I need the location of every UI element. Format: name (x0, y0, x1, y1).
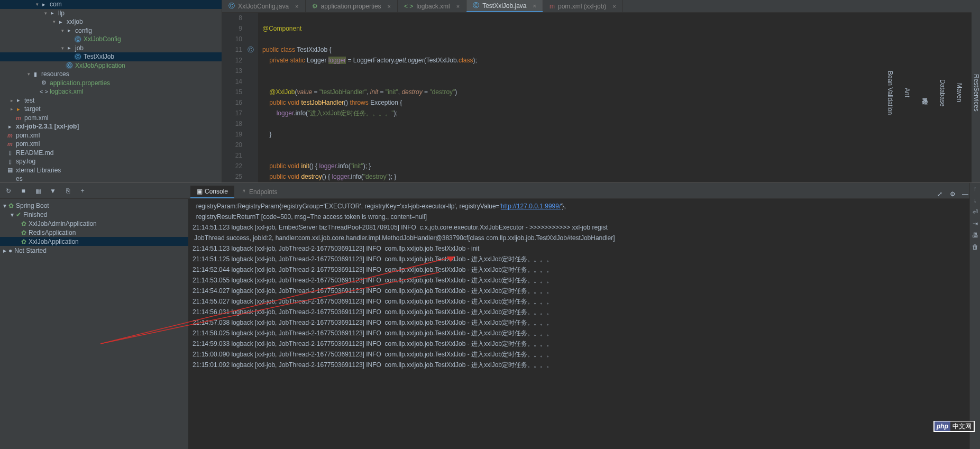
tree-item-pom-xml[interactable]: mpom.xml (0, 140, 222, 149)
close-icon[interactable]: × (295, 3, 298, 10)
soft-wrap-icon[interactable]: ⏎ (970, 206, 980, 218)
service-redisapplication[interactable]: ✿RedisApplication (0, 228, 188, 237)
tree-item-pom-xml[interactable]: mpom.xml (0, 131, 222, 140)
code-line[interactable] (262, 118, 980, 129)
line-number[interactable]: 16 (222, 97, 242, 108)
line-number[interactable]: 15 (222, 87, 242, 97)
tree-item-readme-md[interactable]: ▯README.md (0, 149, 222, 158)
code-line[interactable]: @Component (262, 23, 980, 34)
line-number[interactable]: 20 (222, 140, 242, 150)
close-icon[interactable]: × (612, 3, 616, 10)
tab-pom-xml-xxl-job-[interactable]: mpom.xml (xxl-job)× (543, 0, 623, 12)
tool-restservices[interactable]: RestServices (973, 74, 980, 112)
tree-item-test[interactable]: ▸▸test (0, 96, 222, 105)
line-number[interactable]: 22 (222, 161, 242, 171)
tree-item-spy-log[interactable]: ▯spy.log (0, 157, 222, 166)
line-number[interactable]: 17 (222, 108, 242, 118)
services-panel[interactable]: ▾✿Spring Boot ▾✔Finished ✿XxlJobAdminApp… (0, 199, 188, 449)
code-line[interactable]: private static Logger logger = LoggerFac… (262, 55, 980, 66)
debug-toolbar[interactable]: ↻ ■ ▦ ▼ ⎘ ＋ (0, 183, 188, 199)
code-line[interactable]: } (262, 129, 980, 140)
tree-item-xternal-libraries[interactable]: ▦xternal Libraries (0, 166, 222, 175)
close-icon[interactable]: × (388, 3, 391, 10)
line-number[interactable]: 18 (222, 118, 242, 129)
tool-maven[interactable]: Maven (956, 83, 963, 102)
code-line[interactable]: logger.info("进入xxlJob定时任务。。。。"); (262, 108, 980, 118)
minimize-icon[interactable]: — (961, 190, 969, 198)
tree-item-application-properties[interactable]: ⚙application.properties (0, 79, 222, 88)
code-line[interactable]: public void testJobHandler() throws Exce… (262, 97, 980, 108)
rerun-icon[interactable]: ↻ (4, 187, 13, 195)
tree-label: job (75, 44, 84, 52)
tab-xxljobconfig-java[interactable]: ⒸXxlJobConfig.java× (222, 0, 306, 12)
code-line[interactable] (262, 150, 980, 161)
tab-logback-xml[interactable]: < >logback.xml× (398, 0, 466, 12)
tool-database[interactable]: Database (939, 79, 946, 106)
code-line[interactable] (262, 76, 980, 87)
tree-item-xxl-job-2-3-1-xxl-job-[interactable]: ▸xxl-job-2.3.1 [xxl-job] (0, 122, 222, 131)
stop-icon[interactable]: ■ (19, 187, 28, 195)
close-icon[interactable]: × (533, 3, 536, 9)
code-line[interactable]: public class TestXxlJob { (262, 44, 980, 55)
line-number[interactable]: 25 (222, 171, 242, 182)
line-number[interactable]: 11 (222, 44, 242, 55)
tree-item-logback-xml[interactable]: < >logback.xml (0, 87, 222, 96)
project-tree[interactable]: ▾▸com▾▸llp▾▸xxljob▾▸configⒸXxlJobConfig▾… (0, 0, 222, 182)
code-line[interactable] (262, 66, 980, 76)
console-toolbar[interactable]: ↑ ↓ ⏎ ⇥ 🖶 🗑 (969, 183, 980, 449)
layout-icon[interactable]: ▦ (34, 187, 42, 195)
line-number[interactable]: 12 (222, 55, 242, 66)
services-spring-boot[interactable]: ▾✿Spring Boot (0, 201, 188, 210)
tree-item-target[interactable]: ▸▸target (0, 105, 222, 114)
line-number[interactable]: 8 (222, 13, 242, 23)
pin-icon[interactable]: ⎘ (63, 187, 72, 195)
class-gutter-icon[interactable]: Ⓒ (248, 46, 254, 53)
gear-icon[interactable]: ⚙ (948, 190, 957, 198)
add-icon[interactable]: ＋ (78, 187, 87, 195)
tree-item-config[interactable]: ▾▸config (0, 26, 222, 35)
tree-item-xxljobapplication[interactable]: ⒸXxlJobApplication (0, 61, 222, 70)
line-number[interactable]: 10 (222, 34, 242, 44)
tool-ant[interactable]: Ant (903, 88, 911, 97)
code-line[interactable]: public void init() { logger.info("init")… (262, 161, 980, 171)
code-editor[interactable]: 891011121314151617181920212225 Ⓒ @Compon… (222, 13, 980, 182)
tree-item-resources[interactable]: ▾▮resources (0, 70, 222, 79)
line-number[interactable]: 14 (222, 76, 242, 87)
line-number[interactable]: 9 (222, 23, 242, 34)
tab-application-properties[interactable]: ⚙application.properties× (306, 0, 398, 12)
line-number[interactable]: 13 (222, 66, 242, 76)
code-line[interactable] (262, 13, 980, 23)
code-line[interactable] (262, 34, 980, 44)
tree-item-testxxljob[interactable]: ⒸTestXxlJob (0, 52, 222, 61)
clear-icon[interactable]: 🗑 (970, 241, 980, 253)
scroll-down-icon[interactable]: ↓ (970, 195, 980, 206)
tree-item-xxljobconfig[interactable]: ⒸXxlJobConfig (0, 35, 222, 44)
filter-icon[interactable]: ▼ (49, 187, 57, 195)
service-xxljobapplication[interactable]: ✿XxlJobApplication (0, 237, 188, 246)
line-number[interactable]: 21 (222, 150, 242, 161)
scroll-end-icon[interactable]: ⇥ (970, 218, 980, 230)
tool-bean validation[interactable]: Bean Validation (886, 71, 894, 115)
tree-item-com[interactable]: ▾▸com (0, 0, 222, 9)
tree-item-es[interactable]: es (0, 175, 222, 182)
tree-item-xxljob[interactable]: ▾▸xxljob (0, 17, 222, 26)
line-number[interactable]: 19 (222, 129, 242, 140)
tab-testxxljob-java[interactable]: ⒸTestXxlJob.java× (466, 0, 543, 12)
expand-icon[interactable]: ⤢ (936, 190, 944, 198)
print-icon[interactable]: 🖶 (970, 230, 980, 241)
services-not-started[interactable]: ▸●Not Started (0, 246, 188, 255)
tree-item-job[interactable]: ▾▸job (0, 44, 222, 53)
code-line[interactable]: public void destroy() { logger.info("des… (262, 171, 980, 182)
run-tab-console[interactable]: ▣Console (190, 186, 234, 198)
service-xxljobadminapplication[interactable]: ✿XxlJobAdminApplication (0, 219, 188, 228)
right-tool-strip[interactable]: RestServicesMavenDatabase边界器AntBean Vali… (972, 0, 980, 182)
console-output[interactable]: registryParam:RegistryParam{registryGrou… (188, 199, 969, 449)
scroll-up-icon[interactable]: ↑ (970, 183, 980, 195)
tree-item-pom-xml[interactable]: mpom.xml (0, 114, 222, 123)
code-line[interactable]: @XxlJob(value = "testJobHandler", init =… (262, 87, 980, 97)
tree-item-llp[interactable]: ▾▸llp (0, 9, 222, 18)
close-icon[interactable]: × (456, 3, 460, 10)
code-line[interactable] (262, 140, 980, 150)
run-tab-endpoints[interactable]: 〃Endpoints (234, 185, 283, 198)
services-finished[interactable]: ▾✔Finished (0, 210, 188, 219)
